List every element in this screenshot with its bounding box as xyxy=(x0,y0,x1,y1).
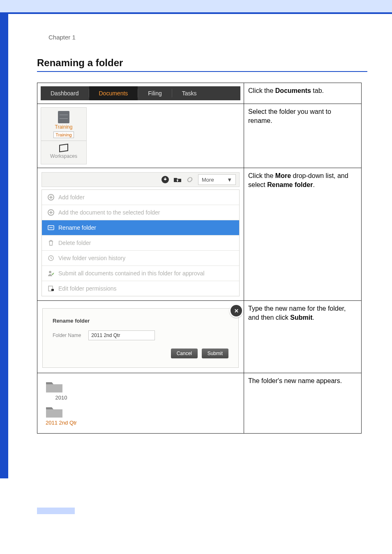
rename-icon xyxy=(48,224,54,231)
folder-icon xyxy=(45,404,64,419)
tab-documents[interactable]: Documents xyxy=(89,86,138,100)
chevron-down-icon: ▼ xyxy=(227,177,232,183)
tab-dashboard[interactable]: Dashboard xyxy=(41,86,89,100)
page-number-bar xyxy=(37,508,75,514)
plus-circle-icon xyxy=(48,194,54,201)
workspaces-icon xyxy=(58,143,69,152)
toolbar: More ▼ xyxy=(42,172,240,187)
step2-text: Select the folder you want to rename. xyxy=(244,104,362,168)
folder-item[interactable]: 2010 xyxy=(45,379,78,401)
page-left-rail xyxy=(0,14,8,478)
tab-tasks[interactable]: Tasks xyxy=(172,86,207,100)
menu-add-folder[interactable]: Add folder xyxy=(42,190,239,205)
nav-tabs: Dashboard Documents Filing Tasks xyxy=(41,86,240,100)
menu-rename-folder[interactable]: Rename folder xyxy=(42,220,239,235)
folder-name-input[interactable] xyxy=(88,330,155,340)
close-icon[interactable]: ✕ xyxy=(229,304,243,318)
tree-separator xyxy=(41,141,86,141)
trash-icon xyxy=(48,240,54,246)
cabinet-label[interactable]: Training xyxy=(44,124,83,130)
step-text: Click the Documents tab. xyxy=(244,83,362,104)
step3-text: Click the More drop-down list, and selec… xyxy=(244,168,362,301)
svg-rect-7 xyxy=(51,289,54,291)
dialog-title: Rename folder xyxy=(53,318,232,324)
tab-filing[interactable]: Filing xyxy=(138,86,171,100)
workspaces-label[interactable]: Workspaces xyxy=(44,153,83,159)
page-top-border xyxy=(0,0,392,14)
menu-add-document[interactable]: Add the document to the selected folder xyxy=(42,205,239,220)
menu-delete-folder[interactable]: Delete folder xyxy=(42,235,239,251)
page-number: 12 xyxy=(49,508,367,514)
folder-icon xyxy=(45,379,64,394)
lock-page-icon xyxy=(48,285,54,292)
folder-label: 2010 xyxy=(45,395,78,401)
step5-text: The folder's new name appears. xyxy=(244,373,362,434)
selected-folder-label[interactable]: Training xyxy=(53,132,74,138)
plus-circle-icon xyxy=(48,209,54,216)
step4-text: Type the new name for the folder, and th… xyxy=(244,301,362,373)
upload-folder-icon[interactable] xyxy=(173,175,182,184)
download-icon[interactable] xyxy=(161,175,169,184)
more-menu: Add folder Add the document to the selec… xyxy=(42,189,240,296)
rename-dialog: ✕ Rename folder Folder Name Cancel Submi… xyxy=(42,308,239,368)
menu-submit-approval[interactable]: Submit all documents contained in this f… xyxy=(42,266,239,281)
step1-text: Click the Documents tab. xyxy=(248,87,324,94)
submit-button[interactable]: Submit xyxy=(202,349,228,358)
menu-version-history[interactable]: View folder version history xyxy=(42,251,239,266)
cabinet-icon xyxy=(58,111,69,123)
cancel-button[interactable]: Cancel xyxy=(171,349,198,358)
folder-tree: Training Training Workspaces xyxy=(41,107,87,164)
folder-name-label: Folder Name xyxy=(53,332,81,338)
clock-icon xyxy=(48,255,54,261)
page-title: Renaming a folder xyxy=(37,57,367,72)
link-icon[interactable] xyxy=(186,175,194,184)
svg-point-5 xyxy=(49,271,51,273)
chapter-label: Chapter 1 xyxy=(48,34,367,41)
folder-item[interactable]: 2011 2nd Qtr xyxy=(45,404,78,426)
more-dropdown[interactable]: More ▼ xyxy=(198,174,236,185)
more-label: More xyxy=(202,177,214,183)
person-check-icon xyxy=(48,270,54,277)
instructions-table: Dashboard Documents Filing Tasks Click t… xyxy=(37,83,362,434)
folder-label: 2011 2nd Qtr xyxy=(45,420,78,426)
menu-edit-permissions[interactable]: Edit folder permissions xyxy=(42,281,239,296)
